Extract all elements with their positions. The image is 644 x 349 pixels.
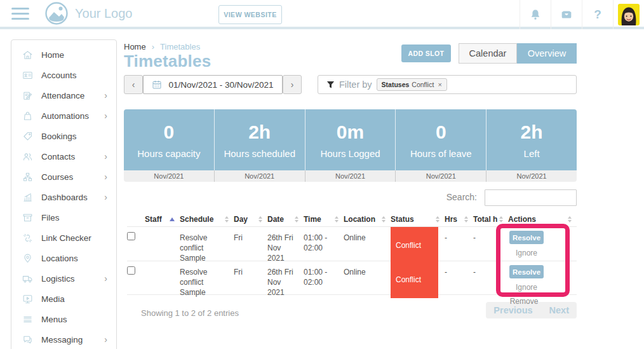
stat-period: Nov/2021	[215, 170, 305, 182]
cell-time: 01:00 - 02:00	[304, 261, 344, 298]
date-range-text: 01/Nov/2021 - 30/Nov/2021	[168, 80, 273, 90]
column-header-schedule[interactable]: Schedule	[180, 212, 234, 226]
column-header-actions[interactable]: Actions	[508, 212, 577, 226]
stat-card: 2h Hours scheduled	[215, 109, 305, 170]
stat-value: 0	[164, 121, 175, 143]
resolve-button[interactable]: Resolve	[509, 231, 544, 244]
sort-icon	[295, 216, 299, 222]
map-pin-icon	[22, 253, 33, 264]
main-content: Home › Timetables Timetables ADD SLOT Ca…	[124, 39, 577, 349]
date-range-picker[interactable]: 01/Nov/2021 - 30/Nov/2021	[143, 75, 283, 94]
tab-overview[interactable]: Overview	[517, 43, 577, 64]
chip-category: Statuses	[382, 81, 410, 88]
inbox-button[interactable]	[551, 0, 582, 29]
next-period-button[interactable]: ›	[283, 75, 302, 94]
sidebar-item-label: Courses	[41, 172, 73, 182]
tab-calendar[interactable]: Calendar	[459, 43, 517, 64]
sidebar-item-label: Locations	[41, 254, 78, 263]
remove-link[interactable]: Remove	[502, 297, 546, 306]
blocks-icon	[22, 172, 33, 182]
timetable-table: Staff Schedule Day Date Time Location St…	[127, 212, 577, 295]
sidebar-item-label: Contacts	[41, 152, 75, 161]
cell-schedule: Resolve conflict Sample	[180, 261, 234, 298]
truck-icon	[22, 273, 33, 284]
sidebar-item-dashboards[interactable]: Dashboards ›	[11, 187, 116, 207]
table-row: Resolve conflict Sample Fri 26th Fri Nov…	[127, 261, 577, 295]
cell-status: Conflict	[391, 227, 445, 264]
user-menu[interactable]	[613, 0, 644, 29]
stat-label: Hours scheduled	[224, 148, 295, 159]
stat-period: Nov/2021	[305, 170, 396, 182]
status-badge: Conflict	[391, 227, 438, 264]
prev-period-button[interactable]: ‹	[124, 75, 143, 94]
cell-time: 01:00 - 02:00	[304, 227, 344, 264]
column-header-location[interactable]: Location	[344, 212, 391, 226]
breadcrumb-home-link[interactable]: Home	[124, 42, 146, 51]
topbar-icon-group: ?	[520, 0, 644, 29]
sidebar-item-contacts[interactable]: Contacts ›	[11, 146, 116, 167]
filter-bar[interactable]: Filter by Statuses Conflict ×	[318, 75, 577, 94]
column-header-checkbox[interactable]	[127, 212, 145, 226]
stat-period: Nov/2021	[124, 170, 215, 182]
sidebar-item-automations[interactable]: Automations ›	[11, 106, 116, 126]
sidebar-item-menus[interactable]: Menus	[11, 309, 116, 329]
help-button[interactable]: ?	[582, 0, 613, 29]
ignore-link[interactable]: Ignore	[516, 282, 537, 292]
sort-icon	[335, 216, 339, 222]
bar-chart-icon	[22, 192, 33, 203]
archive-icon	[22, 212, 33, 223]
cell-schedule: Resolve conflict Sample	[180, 227, 234, 264]
breadcrumb: Home › Timetables	[124, 42, 200, 51]
previous-page-button[interactable]: Previous	[493, 305, 532, 315]
chevron-right-icon: ›	[104, 335, 107, 344]
sidebar-item-accounts[interactable]: Accounts	[11, 65, 116, 85]
logo-image-icon	[44, 1, 69, 25]
top-bar: Your Logo VIEW WEBSITE ?	[0, 0, 644, 29]
sidebar-item-label: Menus	[41, 315, 67, 324]
ignore-link[interactable]: Ignore	[516, 248, 537, 258]
view-website-button[interactable]: VIEW WEBSITE	[218, 5, 282, 24]
row-checkbox[interactable]	[127, 232, 135, 240]
column-header-date[interactable]: Date	[267, 212, 304, 226]
monitor-icon	[22, 294, 33, 305]
sidebar-item-files[interactable]: Files	[11, 207, 116, 228]
cell-staff	[145, 227, 180, 264]
sidebar-item-logistics[interactable]: Logistics ›	[11, 268, 116, 289]
column-header-hrs[interactable]: Hrs	[445, 212, 473, 226]
sidebar-item-locations[interactable]: Locations	[11, 248, 116, 268]
column-header-day[interactable]: Day	[234, 212, 267, 226]
next-page-button[interactable]: Next	[549, 305, 569, 315]
stat-period: Nov/2021	[486, 170, 577, 182]
search-label: Search:	[446, 192, 477, 202]
row-checkbox[interactable]	[127, 266, 135, 275]
sidebar-item-label: Logistics	[41, 274, 75, 284]
cell-status: Conflict	[391, 261, 445, 298]
status-badge: Conflict	[391, 261, 438, 298]
hamburger-menu-icon[interactable]	[11, 4, 30, 23]
column-header-status[interactable]: Status	[391, 212, 445, 226]
chevron-right-icon: ›	[104, 152, 107, 161]
sidebar-item-home[interactable]: Home	[11, 44, 116, 65]
sidebar-item-link-checker[interactable]: Link Checker	[11, 228, 116, 248]
column-header-staff[interactable]: Staff	[145, 212, 180, 226]
add-slot-button[interactable]: ADD SLOT	[401, 44, 451, 62]
header-actions: ADD SLOT Calendar Overview	[401, 43, 577, 64]
sidebar-item-bookings[interactable]: Bookings	[11, 126, 116, 146]
chip-close-icon[interactable]: ×	[438, 81, 441, 88]
stat-label: Hours Logged	[320, 148, 380, 159]
sidebar-item-messaging[interactable]: Messaging ›	[11, 329, 116, 349]
search-input[interactable]	[485, 189, 577, 206]
sidebar-item-courses[interactable]: Courses ›	[11, 167, 116, 187]
notifications-button[interactable]	[520, 0, 551, 29]
row-checkbox-cell	[127, 227, 145, 264]
sidebar-item-attendance[interactable]: Attendance ›	[11, 85, 116, 106]
resolve-button[interactable]: Resolve	[509, 265, 544, 278]
column-header-total-h[interactable]: Total h	[473, 212, 508, 226]
sidebar-item-label: Bookings	[41, 132, 77, 141]
date-navigation: ‹ 01/Nov/2021 - 30/Nov/2021 ›	[124, 75, 302, 94]
sidebar-item-media[interactable]: Media	[11, 289, 116, 309]
sort-asc-icon	[170, 217, 175, 221]
column-header-time[interactable]: Time	[304, 212, 344, 226]
bag-icon	[22, 111, 33, 121]
logo[interactable]: Your Logo	[44, 1, 132, 25]
